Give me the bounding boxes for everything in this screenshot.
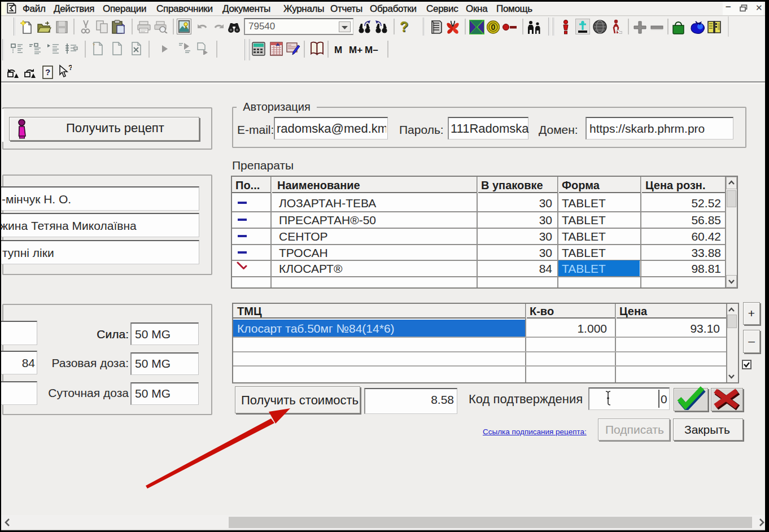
svg-text:?: ? — [45, 67, 50, 77]
svg-text:0: 0 — [491, 23, 496, 32]
svg-text:?: ? — [68, 64, 72, 72]
